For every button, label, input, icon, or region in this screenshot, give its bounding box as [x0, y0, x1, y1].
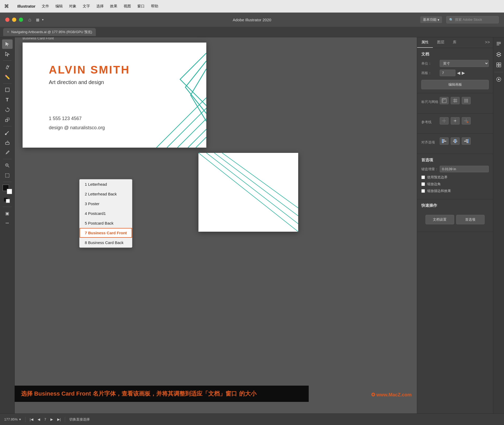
dots-grid-icon[interactable]: [462, 97, 471, 104]
artboard-dropdown[interactable]: 1 Letterhead 2 Letterhead Back 3 Poster …: [79, 179, 132, 248]
pencil-tool[interactable]: ✏️: [2, 72, 13, 82]
dropdown-item-3[interactable]: 3 Poster: [80, 199, 132, 209]
dropdown-item-7[interactable]: 7 Business Card Front: [80, 228, 132, 238]
zoom-tool[interactable]: [2, 161, 13, 170]
keyboard-label: 键盘增量：: [421, 167, 440, 172]
panel-tabs: 属性 图层 库 >>: [417, 37, 493, 48]
unit-label: 单位：: [421, 61, 440, 66]
artboard-number-input[interactable]: [440, 70, 455, 76]
tab-label: Navigating Artboards.ai @ 177.95% (RGB/G…: [11, 30, 92, 34]
color-selector[interactable]: [3, 185, 12, 194]
tab-bar: ✕ Navigating Artboards.ai @ 177.95% (RGB…: [0, 27, 504, 37]
minimize-button[interactable]: [12, 18, 16, 22]
use-preview-label: 使用预览边界: [427, 175, 448, 180]
scale-effects-checkbox[interactable]: [421, 189, 425, 193]
tab-library[interactable]: 库: [449, 37, 461, 48]
menu-view[interactable]: 视图: [124, 4, 131, 9]
guides-clear-icon[interactable]: [462, 117, 471, 125]
window-controls: ⌂ ▦ ▾: [5, 17, 44, 23]
tab-layers[interactable]: 图层: [433, 37, 449, 48]
dropdown-item-1[interactable]: 1 Letterhead: [80, 179, 132, 189]
unit-select[interactable]: 英寸: [440, 60, 489, 67]
dropdown-item-2[interactable]: 2 Letterhead Back: [80, 189, 132, 199]
menu-help[interactable]: 帮助: [151, 4, 158, 9]
workspace-button[interactable]: 基本功能 ▾: [420, 16, 442, 23]
screen-mode[interactable]: ▣: [2, 209, 13, 218]
svg-line-14: [156, 98, 206, 148]
document-tab[interactable]: ✕ Navigating Artboards.ai @ 177.95% (RGB…: [3, 28, 96, 36]
scale-corners-label: 缩放边角: [427, 182, 441, 186]
selection-tool[interactable]: [2, 39, 13, 49]
scale-tool[interactable]: [2, 115, 13, 125]
artboard-prev[interactable]: ◀: [457, 70, 460, 75]
doc-settings-button[interactable]: 文档设置: [426, 215, 454, 224]
layers-mini-icon[interactable]: [494, 50, 503, 59]
artboard[interactable]: ALVIN SMITH Art direction and design 1 5…: [23, 43, 206, 148]
nav-text: 切换直接选择: [69, 417, 90, 422]
dropdown-item-4[interactable]: 4 Postcard1: [80, 209, 132, 218]
search-box[interactable]: 🔍 搜索 Adobe Stock: [446, 16, 499, 23]
preferences-button[interactable]: 首选项: [456, 215, 485, 224]
align-right-icon[interactable]: [462, 137, 471, 145]
eraser-tool[interactable]: [2, 138, 13, 147]
type-tool[interactable]: T: [2, 95, 13, 105]
svg-point-37: [465, 100, 465, 101]
libraries-mini-icon[interactable]: [494, 60, 503, 69]
next-artboard-btn[interactable]: ▶|: [57, 417, 61, 421]
guides-show-icon[interactable]: [440, 117, 449, 125]
svg-point-38: [466, 100, 467, 101]
keyboard-value-input[interactable]: [440, 166, 489, 172]
card-phone: 1 555 123 4567: [49, 116, 82, 121]
artboard-tool[interactable]: [2, 171, 13, 180]
menu-edit[interactable]: 编辑: [55, 4, 63, 9]
properties-mini-icon[interactable]: [494, 39, 503, 48]
rotate-tool[interactable]: [2, 105, 13, 115]
tool-divider-5: [3, 182, 12, 182]
guides-lock-icon[interactable]: [451, 117, 460, 125]
scale-effects-label: 缩放描边和效果: [427, 189, 451, 193]
canvas-area[interactable]: Business Card Front ALVIN SMITH Art dire…: [15, 37, 417, 413]
grid-icon[interactable]: [451, 97, 460, 104]
align-mini-icon[interactable]: [494, 75, 503, 84]
dropdown-item-5[interactable]: 5 Postcard Back: [80, 218, 132, 228]
tab-close-icon[interactable]: ✕: [7, 30, 9, 34]
menu-text[interactable]: 文字: [83, 4, 90, 9]
menu-file[interactable]: 文件: [42, 4, 49, 9]
prev-btn[interactable]: ◀: [38, 417, 40, 421]
svg-rect-70: [499, 63, 501, 65]
menu-effect[interactable]: 效果: [110, 4, 117, 9]
scale-corners-checkbox[interactable]: [421, 182, 425, 186]
ruler-icon[interactable]: [440, 97, 449, 104]
svg-rect-10: [6, 174, 9, 177]
menu-window[interactable]: 窗口: [137, 4, 145, 9]
direct-selection-tool[interactable]: [2, 49, 13, 59]
fill-stroke-icon[interactable]: [2, 196, 13, 205]
pen-tool[interactable]: [2, 62, 13, 72]
prev-artboard-btn[interactable]: |◀: [30, 417, 33, 421]
tab-properties[interactable]: 属性: [417, 37, 433, 48]
menu-select[interactable]: 选择: [96, 4, 104, 9]
close-button[interactable]: [5, 18, 9, 22]
menu-object[interactable]: 对象: [69, 4, 76, 9]
align-label: 对齐选项: [421, 140, 440, 145]
svg-rect-66: [497, 45, 499, 45]
eyedropper-tool[interactable]: [2, 148, 13, 157]
background-color[interactable]: [7, 189, 12, 194]
use-preview-checkbox[interactable]: [421, 175, 425, 179]
next-btn[interactable]: ▶: [50, 417, 53, 421]
shape-tool[interactable]: [2, 85, 13, 95]
document-title: 文档: [421, 52, 489, 57]
tool-divider-1: [3, 60, 12, 61]
maximize-button[interactable]: [19, 18, 23, 22]
svg-line-18: [196, 137, 206, 148]
paintbrush-tool[interactable]: [2, 128, 13, 137]
quick-actions-row: 文档设置 首选项: [421, 211, 489, 228]
align-left-icon[interactable]: [440, 137, 449, 145]
dropdown-item-8[interactable]: 8 Business Card Back: [80, 238, 132, 247]
panel-expand-icon[interactable]: >>: [482, 37, 493, 48]
edit-artboard-button[interactable]: 编辑画板: [421, 80, 489, 89]
align-center-icon[interactable]: [451, 137, 460, 145]
more-tools[interactable]: •••: [2, 219, 13, 228]
artboard-next[interactable]: ▶: [462, 70, 465, 75]
svg-rect-0: [6, 88, 9, 92]
